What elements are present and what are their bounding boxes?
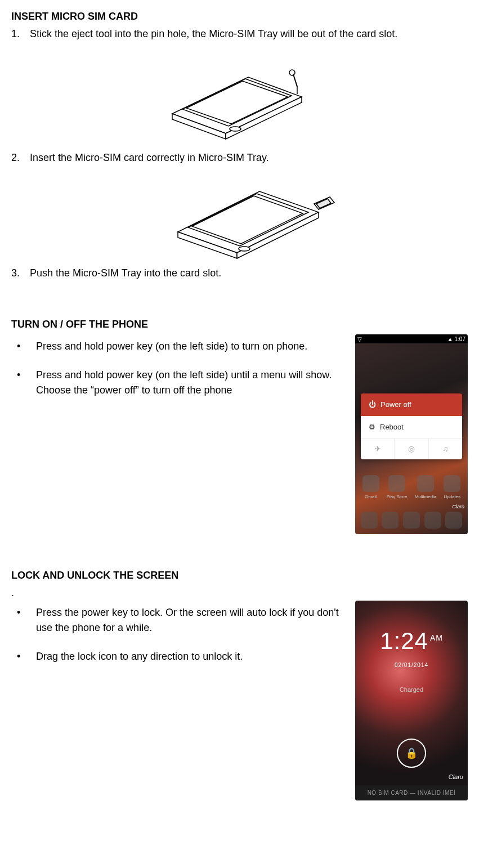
dock-icon <box>403 512 420 529</box>
sound-toggle[interactable]: ♫ <box>428 438 462 459</box>
step-number: 2. <box>11 150 27 165</box>
svg-point-8 <box>289 70 295 75</box>
bullet-text: Press and hold power key (on the left si… <box>36 339 346 354</box>
dock-icon <box>361 512 378 529</box>
svg-point-14 <box>239 247 250 251</box>
reboot-icon: ⚙ <box>369 422 375 433</box>
carrier-label: Claro <box>449 772 463 782</box>
sim-step-1: 1. Stick the eject tool into the pin hol… <box>11 26 468 42</box>
app-label: Play Store <box>387 494 408 500</box>
app-label: Gmail <box>365 494 377 500</box>
carrier-label: Claro <box>452 503 464 511</box>
bullet-text: Press and hold power key (on the left si… <box>36 368 346 398</box>
status-time: 1:07 <box>455 336 465 342</box>
airplane-toggle[interactable]: ✈ <box>361 438 394 459</box>
diagram-eject-tool <box>11 46 468 145</box>
step-number: 1. <box>11 26 27 42</box>
sim-step-3: 3. Push the Micro-SIM Tray into the card… <box>11 266 468 281</box>
status-left-icon: ▽ <box>357 335 362 343</box>
screenshot-power-menu: ▽ ▲ 1:07 ⏻ Power off ⚙ Reboot ✈ ◎ ♫ <box>355 334 468 534</box>
dock-row <box>355 512 468 529</box>
app-icon <box>388 475 405 492</box>
bullet-marker: • <box>11 368 36 398</box>
lock-leader-dot: . <box>11 585 468 601</box>
heading-insert-sim: INSERT MICRO SIM CARD <box>11 9 468 24</box>
bullet-marker: • <box>11 605 36 636</box>
diagram-insert-card <box>39 170 468 260</box>
lock-time: 1:24 <box>380 628 428 654</box>
no-sim-banner: NO SIM CARD — INVALID IMEI <box>355 785 468 800</box>
svg-point-5 <box>230 127 241 131</box>
bullet-marker: • <box>11 339 36 354</box>
app-icon <box>417 475 434 492</box>
reboot-option[interactable]: ⚙ Reboot <box>361 416 462 439</box>
vibrate-toggle[interactable]: ◎ <box>394 438 428 459</box>
lock-ampm: AM <box>430 633 443 642</box>
power-menu-card: ⏻ Power off ⚙ Reboot ✈ ◎ ♫ <box>361 393 462 459</box>
power-off-option[interactable]: ⏻ Power off <box>361 393 462 416</box>
signal-icon: ▲ <box>447 336 453 342</box>
lock-bullet-2: • Drag the lock icon to any direction to… <box>11 649 346 664</box>
power-bullet-1: • Press and hold power key (on the left … <box>11 339 346 354</box>
step-text: Push the Micro-SIM Tray into the card sl… <box>30 267 221 279</box>
power-off-label: Power off <box>380 399 411 410</box>
lock-ring[interactable]: 🔒 <box>397 739 426 768</box>
app-label: Updates <box>444 494 461 500</box>
sim-step-2: 2. Insert the Micro-SIM card correctly i… <box>11 150 468 165</box>
lock-date: 02/01/2014 <box>355 661 468 669</box>
svg-marker-16 <box>316 199 331 208</box>
svg-line-7 <box>293 74 297 87</box>
step-number: 3. <box>11 266 27 281</box>
bullet-text: Press the power key to lock. Or the scre… <box>36 605 346 636</box>
reboot-label: Reboot <box>380 422 404 433</box>
heading-power: TURN ON / OFF THE PHONE <box>11 317 468 332</box>
lock-icon: 🔒 <box>405 746 418 761</box>
bullet-marker: • <box>11 649 36 664</box>
lock-bullet-1: • Press the power key to lock. Or the sc… <box>11 605 346 636</box>
step-text: Insert the Micro-SIM card correctly in M… <box>30 152 269 163</box>
homescreen-app-row: Gmail Play Store Multimedia Updates <box>355 475 468 500</box>
power-icon: ⏻ <box>369 399 376 410</box>
dock-icon <box>445 512 462 529</box>
power-bullet-2: • Press and hold power key (on the left … <box>11 368 346 398</box>
screenshot-lockscreen: 1:24AM 02/01/2014 Charged 🔒 Claro NO SIM… <box>355 601 468 800</box>
bullet-text: Drag the lock icon to any direction to u… <box>36 649 346 664</box>
charged-label: Charged <box>355 685 468 695</box>
app-icon <box>444 475 460 492</box>
app-label: Multimedia <box>415 494 437 500</box>
dock-icon <box>424 512 441 529</box>
lock-clock: 1:24AM 02/01/2014 <box>355 623 468 669</box>
dock-icon <box>382 512 399 529</box>
app-icon <box>362 475 379 492</box>
step-text: Stick the eject tool into the pin hole, … <box>30 28 397 39</box>
heading-lock: LOCK AND UNLOCK THE SCREEN <box>11 568 468 583</box>
